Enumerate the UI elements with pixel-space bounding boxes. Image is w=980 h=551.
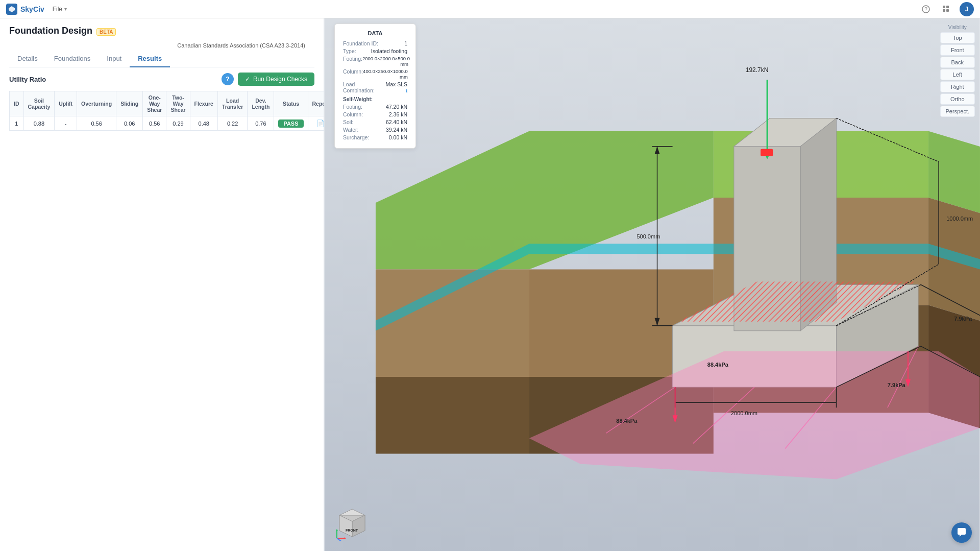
results-help-btn[interactable]: ? xyxy=(222,73,234,85)
panel-header: Foundation Design BETA Canadian Standard… xyxy=(0,18,324,67)
svg-text:192.7kN: 192.7kN xyxy=(746,66,769,74)
cell-dev-length: 0.76 xyxy=(248,116,274,131)
cell-uplift: - xyxy=(55,116,77,131)
col-dev-length: Dev. Length xyxy=(248,91,274,116)
svg-rect-3 xyxy=(946,6,949,8)
section-title: Utility Ratio xyxy=(9,76,46,83)
col-two-way-shear: Two-WayShear xyxy=(166,91,190,116)
tabs: Details Foundations Input Results xyxy=(9,51,314,67)
results-table: ID SoilCapacity Uplift Overturning Slidi… xyxy=(9,91,324,131)
data-row-surcharge: Surcharge: 0.00 kN xyxy=(343,134,407,140)
file-menu-arrow: ▾ xyxy=(64,6,67,12)
cell-overturning: 0.56 xyxy=(77,116,116,131)
col-uplift: Uplift xyxy=(55,91,77,116)
data-row-foundation-id: Foundation ID: 1 xyxy=(343,40,407,46)
soil-sw-value: 62.40 kN xyxy=(386,119,407,125)
svg-text:2000.0mm: 2000.0mm xyxy=(731,410,757,416)
table-body: 1 0.88 - 0.56 0.06 0.56 0.29 0.48 0.22 0… xyxy=(10,116,324,131)
report-icon[interactable]: 📄 xyxy=(316,119,324,127)
data-row-footing-sw: Footing: 47.20 kN xyxy=(343,104,407,110)
svg-text:88.4kPa: 88.4kPa xyxy=(616,418,638,424)
svg-rect-2 xyxy=(943,6,945,8)
view-front-button[interactable]: Front xyxy=(940,44,975,56)
type-label: Type: xyxy=(343,48,356,54)
grid-icon xyxy=(942,5,950,13)
view-top-button[interactable]: Top xyxy=(940,32,975,43)
data-row-soil-sw: Soil: 62.40 kN xyxy=(343,119,407,125)
view-left-button[interactable]: Left xyxy=(940,69,975,80)
topbar-right: ? J xyxy=(919,2,974,16)
col-report: Report xyxy=(308,91,324,116)
topbar: SkyCiv File ▾ ? J xyxy=(0,0,980,18)
help-label: ? xyxy=(226,76,229,83)
tab-details[interactable]: Details xyxy=(9,51,46,67)
cell-report[interactable]: 📄 xyxy=(308,116,324,131)
chat-button[interactable] xyxy=(951,522,972,543)
user-avatar[interactable]: J xyxy=(960,2,974,16)
results-table-container: ID SoilCapacity Uplift Overturning Slidi… xyxy=(0,91,324,551)
load-combo-value: Max SLS ℹ xyxy=(384,81,407,93)
footing-sw-value: 47.20 kN xyxy=(386,104,407,110)
logo-icon xyxy=(6,4,17,15)
svg-text:1000.0mm: 1000.0mm xyxy=(946,215,973,222)
svg-text:FRONT: FRONT xyxy=(346,529,358,532)
type-value: Isolated footing xyxy=(371,48,407,54)
self-weight-section: Self-Weight: Footing: 47.20 kN Column: 2… xyxy=(343,97,407,140)
svg-marker-16 xyxy=(376,377,529,453)
footing-sw-label: Footing: xyxy=(343,104,362,110)
orientation-cube: FRONT xyxy=(334,505,370,541)
main-layout: Foundation Design BETA Canadian Standard… xyxy=(0,18,980,551)
footing-value: 2000.0×2000.0×500.0 mm xyxy=(362,56,408,67)
cell-load-transfer: 0.22 xyxy=(217,116,247,131)
soil-sw-label: Soil: xyxy=(343,119,353,125)
data-row-column: Column: 400.0×250.0×1000.0 mm xyxy=(343,68,407,80)
data-card-title: DATA xyxy=(343,30,407,36)
cell-soil-capacity: 0.88 xyxy=(23,116,55,131)
table-header: ID SoilCapacity Uplift Overturning Slidi… xyxy=(10,91,324,116)
view-perspective-button[interactable]: Perspect. xyxy=(940,106,975,117)
surcharge-value: 0.00 kN xyxy=(389,134,407,140)
svg-rect-5 xyxy=(946,9,949,12)
data-row-footing: Footing: 2000.0×2000.0×500.0 mm xyxy=(343,56,407,67)
view-right-button[interactable]: Right xyxy=(940,81,975,92)
status-badge: PASS xyxy=(278,119,303,128)
view-controls: Visibility Top Front Back Left Right Ort… xyxy=(940,23,975,117)
column-sw-label: Column: xyxy=(343,111,363,117)
scene-svg: 192.7kN 500.0mm 1000.0mm 2000.0mm 500.0m… xyxy=(324,18,980,551)
skyciv-logo-svg xyxy=(8,5,16,13)
water-label: Water: xyxy=(343,127,359,133)
view-back-button[interactable]: Back xyxy=(940,57,975,68)
apps-icon-btn[interactable] xyxy=(939,2,953,16)
topbar-left: SkyCiv File ▾ xyxy=(6,4,71,15)
left-panel: Foundation Design BETA Canadian Standard… xyxy=(0,18,324,551)
file-menu[interactable]: File ▾ xyxy=(48,4,71,15)
load-combo-label: Load Combination: xyxy=(343,81,384,93)
self-weight-title: Self-Weight: xyxy=(343,97,407,102)
column-label: Column: xyxy=(343,68,363,80)
foundation-id-label: Foundation ID: xyxy=(343,40,378,46)
help-icon-btn[interactable]: ? xyxy=(919,2,933,16)
svg-rect-38 xyxy=(761,149,773,156)
cell-id: 1 xyxy=(10,116,24,131)
data-row-load-combo: Load Combination: Max SLS ℹ xyxy=(343,81,407,93)
svg-text:500.0mm: 500.0mm xyxy=(636,233,660,239)
svg-rect-4 xyxy=(943,9,945,12)
file-menu-label: File xyxy=(53,6,62,13)
data-row-water: Water: 39.24 kN xyxy=(343,127,407,133)
view-ortho-button[interactable]: Ortho xyxy=(940,93,975,105)
page-title-row: Foundation Design BETA xyxy=(9,26,314,36)
col-sliding: Sliding xyxy=(116,91,143,116)
tab-input[interactable]: Input xyxy=(99,51,130,67)
run-btn-label: Run Design Checks xyxy=(253,76,307,83)
run-design-checks-button[interactable]: ✓ Run Design Checks xyxy=(238,73,314,86)
cell-status: PASS xyxy=(274,116,308,131)
table-row: 1 0.88 - 0.56 0.06 0.56 0.29 0.48 0.22 0… xyxy=(10,116,324,131)
data-row-column-sw: Column: 2.36 kN xyxy=(343,111,407,117)
svg-marker-21 xyxy=(529,244,714,254)
tab-results[interactable]: Results xyxy=(130,51,170,67)
cell-one-way-shear: 0.56 xyxy=(143,116,166,131)
cell-sliding: 0.06 xyxy=(116,116,143,131)
tab-foundations[interactable]: Foundations xyxy=(46,51,99,67)
question-icon: ? xyxy=(922,5,930,13)
info-icon[interactable]: ℹ xyxy=(406,88,407,93)
